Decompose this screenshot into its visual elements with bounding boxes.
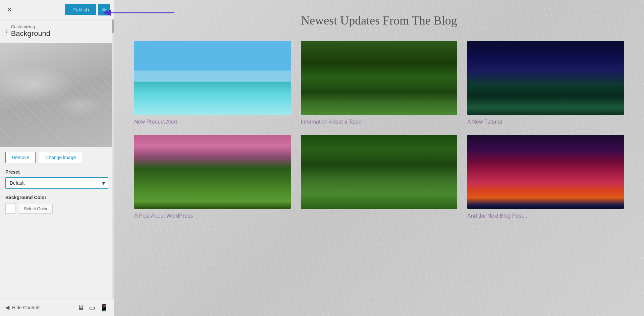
blog-card: Information About a Topic — [301, 41, 458, 125]
close-button[interactable]: ✕ — [4, 4, 15, 15]
background-image-preview — [0, 43, 114, 147]
breadcrumb: ‹ Customizing Background — [0, 19, 114, 43]
desktop-icon[interactable]: 🖥 — [77, 304, 84, 312]
color-swatch-row: Select Color — [5, 204, 108, 214]
color-swatch[interactable] — [5, 204, 15, 214]
customizer-panel: ✕ Publish ⚙ ‹ Customizing Background Rem… — [0, 0, 114, 316]
blog-card-link-3[interactable]: A New Tutorial — [467, 119, 624, 125]
blog-grid: New Product Alert Information About a To… — [134, 41, 624, 219]
controls-area: Remove Change image Preset Default ▾ Bac… — [0, 147, 114, 299]
blog-title: Newest Updates From The Blog — [134, 13, 624, 28]
blog-card: New Product Alert — [134, 41, 291, 125]
preset-select-wrapper: Default ▾ — [5, 177, 108, 189]
top-bar: ✕ Publish ⚙ — [0, 0, 114, 19]
blog-card-image-1 — [134, 41, 291, 115]
blog-card: A Post About WordPress — [134, 135, 291, 219]
breadcrumb-main: Background — [11, 29, 50, 38]
blog-card-link-2[interactable]: Information About a Topic — [301, 119, 458, 125]
device-icons-row: 🖥 ▭ 📱 — [77, 304, 108, 312]
hide-controls-button[interactable]: ◀ Hide Controls — [5, 304, 41, 311]
publish-area: Publish ⚙ — [65, 4, 110, 15]
preview-texture — [0, 43, 114, 147]
blog-card-image-3 — [467, 41, 624, 115]
blog-card-image-5 — [301, 135, 458, 209]
hide-controls-label: Hide Controls — [12, 305, 41, 310]
bg-color-label: Background Color — [5, 195, 108, 200]
blog-card: And the Next Blog Post... — [467, 135, 624, 219]
preset-label: Preset — [5, 169, 108, 175]
breadcrumb-sub: Customizing — [11, 24, 50, 29]
back-button[interactable]: ‹ — [5, 27, 8, 35]
settings-button[interactable]: ⚙ — [98, 4, 110, 15]
image-buttons-row: Remove Change image — [5, 152, 108, 163]
publish-button[interactable]: Publish — [65, 4, 96, 15]
main-preview: Newest Updates From The Blog New Product… — [114, 0, 644, 316]
select-color-button[interactable]: Select Color — [19, 204, 53, 214]
blog-card-link-6[interactable]: And the Next Blog Post... — [467, 213, 624, 219]
blog-card: A New Tutorial — [467, 41, 624, 125]
blog-card-link-1[interactable]: New Product Alert — [134, 119, 291, 125]
preview-content: Newest Updates From The Blog New Product… — [114, 0, 644, 232]
blog-card-image-4 — [134, 135, 291, 209]
panel-scrollbar[interactable] — [112, 19, 114, 299]
breadcrumb-text: Customizing Background — [11, 24, 50, 38]
blog-card-link-4[interactable]: A Post About WordPress — [134, 213, 291, 219]
change-image-button[interactable]: Change image — [39, 152, 82, 163]
panel-scrollbar-thumb — [112, 19, 114, 33]
blog-card — [301, 135, 458, 219]
remove-button[interactable]: Remove — [5, 152, 36, 163]
blog-card-image-2 — [301, 41, 458, 115]
bottom-bar: ◀ Hide Controls 🖥 ▭ 📱 — [0, 299, 114, 316]
blog-card-image-6 — [467, 135, 624, 209]
preset-select[interactable]: Default — [5, 177, 108, 189]
mobile-icon[interactable]: 📱 — [100, 304, 108, 312]
arrow-left-icon: ◀ — [5, 304, 9, 311]
tablet-icon[interactable]: ▭ — [89, 304, 95, 312]
